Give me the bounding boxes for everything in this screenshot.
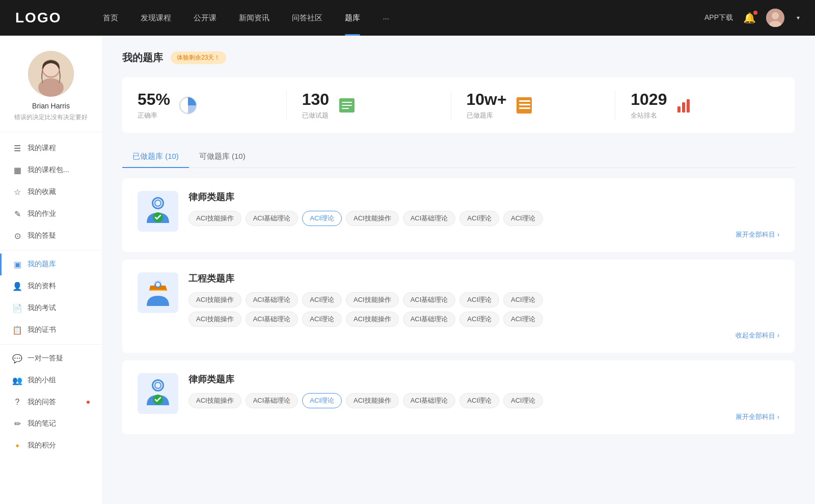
bank-tag-1-6[interactable]: ACI理论 (503, 292, 543, 307)
sidebar-item-icon-5: ▣ (12, 260, 22, 269)
stats-row: 55%正确率 130已做试题 10w+已做题库 1029全站排名 (122, 77, 795, 133)
bank-icon-1 (138, 272, 178, 313)
tab-0[interactable]: 已做题库 (10) (122, 146, 189, 167)
bank-tag-2-2[interactable]: ACI理论 (302, 393, 342, 408)
bank-tag-2-3[interactable]: ACI技能操作 (346, 393, 399, 408)
stat-value-3: 1029 (631, 90, 667, 109)
sidebar-item-13[interactable]: 🔸我的积分 (0, 435, 102, 457)
sidebar-item-9[interactable]: 💬一对一答疑 (0, 348, 102, 370)
bank-tag-2-4[interactable]: ACI基础理论 (403, 393, 456, 408)
bank-tag-2-0[interactable]: ACI技能操作 (188, 393, 241, 408)
svg-rect-10 (342, 105, 352, 106)
sidebar-username: Brian Harris (32, 102, 70, 110)
stat-value-1: 130 (302, 90, 329, 109)
bank-tags-row-0: ACI技能操作ACI基础理论ACI理论ACI技能操作ACI基础理论ACI理论AC… (188, 211, 779, 226)
bank-tag-0-3[interactable]: ACI技能操作 (346, 211, 399, 226)
nav-right: APP下载 🔔 ▾ (704, 9, 800, 27)
sidebar-avatar (28, 51, 74, 97)
bank-tag-0-1[interactable]: ACI基础理论 (246, 211, 298, 226)
sidebar-profile: Brian Harris 错误的决定比没有决定要好 (0, 51, 102, 132)
bank-tag-2-5[interactable]: ACI理论 (459, 393, 499, 408)
bank-tag-1-1[interactable]: ACI基础理论 (246, 292, 298, 307)
nav-link-0[interactable]: 首页 (92, 0, 129, 36)
bank-tag-1-4[interactable]: ACI基础理论 (403, 292, 456, 307)
stat-item-3: 1029全站排名 (615, 90, 779, 120)
svg-rect-14 (519, 104, 530, 105)
nav-logo[interactable]: LOGO (15, 10, 61, 26)
sidebar-item-label-4: 我的答疑 (28, 231, 56, 240)
sidebar-item-11[interactable]: ?我的问答 (0, 391, 102, 413)
nav-links: 首页发现课程公开课新闻资讯问答社区题库··· (92, 0, 704, 36)
sidebar-item-icon-10: 👥 (12, 376, 22, 385)
nav-link-1[interactable]: 发现课程 (129, 0, 182, 36)
bank-tag2-1-0[interactable]: ACI技能操作 (188, 312, 241, 327)
bank-tag2-1-3[interactable]: ACI技能操作 (346, 312, 399, 327)
sidebar-item-icon-12: ✏ (12, 419, 22, 429)
sidebar-item-8[interactable]: 📋我的证书 (0, 319, 102, 341)
sidebar-item-label-1: 我的课程包... (28, 165, 69, 175)
main-layout: Brian Harris 错误的决定比没有决定要好 ☰我的课程▦我的课程包...… (0, 36, 815, 504)
sidebar-item-4[interactable]: ⊙我的答疑 (0, 225, 102, 247)
banks-container: 律师类题库ACI技能操作ACI基础理论ACI理论ACI技能操作ACI基础理论AC… (122, 178, 795, 434)
svg-rect-15 (519, 107, 530, 109)
sidebar-item-5[interactable]: ▣我的题库 (0, 254, 102, 275)
nav-link-2[interactable]: 公开课 (182, 0, 228, 36)
bank-tag-1-3[interactable]: ACI技能操作 (346, 292, 399, 307)
svg-point-31 (155, 383, 160, 388)
sidebar-menu: ☰我的课程▦我的课程包...☆我的收藏✎我的作业⊙我的答疑▣我的题库👤我的资料📄… (0, 132, 102, 462)
sidebar-item-1[interactable]: ▦我的课程包... (0, 159, 102, 181)
sidebar-item-12[interactable]: ✏我的笔记 (0, 413, 102, 435)
sidebar-item-0[interactable]: ☰我的课程 (0, 137, 102, 159)
bank-tag2-1-2[interactable]: ACI理论 (302, 312, 342, 327)
bank-tag-0-2[interactable]: ACI理论 (302, 211, 342, 226)
bank-card-2: 律师类题库ACI技能操作ACI基础理论ACI理论ACI技能操作ACI基础理论AC… (122, 360, 795, 434)
svg-rect-13 (519, 100, 530, 102)
nav-link-3[interactable]: 新闻资讯 (228, 0, 281, 36)
nav-link-4[interactable]: 问答社区 (281, 0, 334, 36)
bank-tag-1-5[interactable]: ACI理论 (459, 292, 499, 307)
bank-tag-2-6[interactable]: ACI理论 (503, 393, 543, 408)
bank-expand-1[interactable]: 收起全部科目 › (188, 331, 779, 340)
bank-tag2-1-5[interactable]: ACI理论 (459, 312, 499, 327)
sidebar-item-icon-4: ⊙ (12, 231, 22, 241)
bell-badge (753, 11, 757, 15)
sidebar-item-label-10: 我的小组 (28, 376, 56, 385)
sidebar-item-icon-8: 📋 (12, 325, 22, 335)
user-dropdown-arrow[interactable]: ▾ (797, 14, 800, 21)
sidebar-item-icon-11: ? (12, 398, 22, 407)
sidebar-divider-9 (0, 344, 102, 345)
bank-tag-0-6[interactable]: ACI理论 (503, 211, 543, 226)
bank-icon-2 (138, 373, 178, 414)
app-download-button[interactable]: APP下载 (704, 13, 733, 22)
sidebar-item-dot-11 (87, 401, 90, 404)
bank-tag-0-0[interactable]: ACI技能操作 (188, 211, 241, 226)
bank-tags-row-1: ACI技能操作ACI基础理论ACI理论ACI技能操作ACI基础理论ACI理论AC… (188, 292, 779, 307)
bank-tag2-1-6[interactable]: ACI理论 (503, 312, 543, 327)
sidebar-item-2[interactable]: ☆我的收藏 (0, 181, 102, 203)
sidebar-item-label-9: 一对一答疑 (28, 354, 63, 363)
tab-1[interactable]: 可做题库 (10) (189, 146, 256, 167)
bank-tag2-1-4[interactable]: ACI基础理论 (403, 312, 456, 327)
sidebar-item-3[interactable]: ✎我的作业 (0, 203, 102, 225)
sidebar-item-6[interactable]: 👤我的资料 (0, 275, 102, 297)
nav-link-5[interactable]: 题库 (334, 0, 371, 36)
bank-expand-2[interactable]: 展开全部科目 › (188, 412, 779, 422)
sidebar-item-7[interactable]: 📄我的考试 (0, 297, 102, 319)
bank-tag2-1-1[interactable]: ACI基础理论 (246, 312, 298, 327)
sidebar-item-label-0: 我的课程 (28, 144, 56, 153)
bank-tag-1-0[interactable]: ACI技能操作 (188, 292, 241, 307)
sidebar-item-label-6: 我的资料 (28, 282, 56, 291)
user-avatar[interactable] (766, 9, 784, 27)
nav-link-6[interactable]: ··· (371, 0, 400, 36)
sidebar-item-label-13: 我的积分 (28, 441, 56, 450)
bank-expand-0[interactable]: 展开全部科目 › (188, 230, 779, 239)
bank-tags-row-2: ACI技能操作ACI基础理论ACI理论ACI技能操作ACI基础理论ACI理论AC… (188, 393, 779, 408)
bank-info-0: 律师类题库ACI技能操作ACI基础理论ACI理论ACI技能操作ACI基础理论AC… (188, 191, 779, 239)
bank-tag-1-2[interactable]: ACI理论 (302, 292, 342, 307)
notification-bell[interactable]: 🔔 (743, 12, 756, 24)
bank-tag-0-4[interactable]: ACI基础理论 (403, 211, 456, 226)
bank-tag-0-5[interactable]: ACI理论 (459, 211, 499, 226)
sidebar-item-10[interactable]: 👥我的小组 (0, 370, 102, 391)
bank-tag-2-1[interactable]: ACI基础理论 (246, 393, 298, 408)
sidebar-divider-5 (0, 250, 102, 250)
